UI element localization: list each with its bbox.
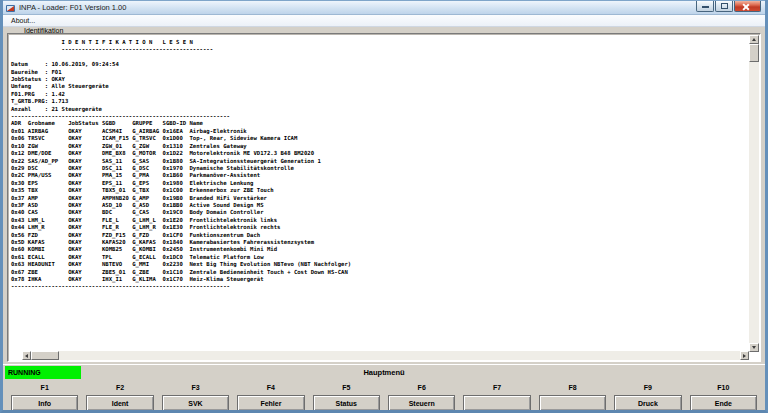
close-button[interactable] <box>734 1 761 12</box>
fkey-button-info[interactable]: Info <box>11 395 78 411</box>
client-area: Identifikation I D E N T I F I K A T I O… <box>3 27 765 410</box>
arrow-left-icon <box>25 354 28 358</box>
scroll-right-button[interactable] <box>740 351 749 360</box>
fkey-label-f5: F5 <box>313 384 380 394</box>
fkey-button-ende[interactable]: Ende <box>690 395 757 411</box>
vertical-scrollbar[interactable] <box>749 35 759 352</box>
running-status-badge: RUNNING <box>5 366 81 379</box>
fkey-label-f8: F8 <box>539 384 606 394</box>
vertical-scroll-thumb[interactable] <box>749 44 759 62</box>
maximize-icon <box>721 3 728 9</box>
inpa-window: INPA - Loader: F01 Version 1.00 About...… <box>0 0 768 413</box>
scroll-down-button[interactable] <box>749 343 759 352</box>
fkey-button-f8-empty[interactable] <box>539 395 606 411</box>
fkey-label-f6: F6 <box>388 384 455 394</box>
window-controls <box>696 1 761 12</box>
arrow-down-icon <box>752 346 756 349</box>
fkey-label-f7: F7 <box>463 384 530 394</box>
minimize-icon <box>702 6 709 8</box>
arrow-right-icon <box>743 354 746 358</box>
titlebar: INPA - Loader: F01 Version 1.00 <box>0 0 768 15</box>
fkey-label-f2: F2 <box>86 384 153 394</box>
fkey-label-f3: F3 <box>162 384 229 394</box>
fkey-button-f7-empty[interactable] <box>463 395 530 411</box>
fkey-label-f1: F1 <box>11 384 78 394</box>
maximize-button[interactable] <box>715 1 733 12</box>
window-title: INPA - Loader: F01 Version 1.00 <box>19 3 126 12</box>
fkey-button-ident[interactable]: Ident <box>86 395 153 411</box>
terminal-area: I D E N T I F I K A T I O N L E S E N --… <box>7 33 761 362</box>
arrow-up-icon <box>752 38 756 41</box>
scroll-up-button[interactable] <box>749 35 759 44</box>
fkey-label-f9: F9 <box>614 384 681 394</box>
function-key-bar: F1Info F2Ident F3SVK F4Fehler F5Status F… <box>3 380 765 410</box>
horizontal-scrollbar[interactable] <box>22 351 749 360</box>
fkey-label-f4: F4 <box>237 384 304 394</box>
fkey-button-status[interactable]: Status <box>313 395 380 411</box>
inpa-app-icon <box>6 4 15 13</box>
current-menu-title: Hauptmenü <box>3 365 765 380</box>
minimize-button[interactable] <box>696 1 714 12</box>
status-bar: Hauptmenü RUNNING <box>3 364 765 380</box>
menu-about[interactable]: About... <box>11 17 35 24</box>
horizontal-scroll-thumb[interactable] <box>31 351 59 360</box>
scroll-left-button[interactable] <box>22 351 31 360</box>
menubar: About... <box>3 15 765 27</box>
terminal-output: I D E N T I F I K A T I O N L E S E N --… <box>11 39 351 291</box>
fkey-button-svk[interactable]: SVK <box>162 395 229 411</box>
fkey-button-fehler[interactable]: Fehler <box>237 395 304 411</box>
fkey-label-f10: F10 <box>690 384 757 394</box>
fkey-button-druck[interactable]: Druck <box>614 395 681 411</box>
fkey-button-steuern[interactable]: Steuern <box>388 395 455 411</box>
